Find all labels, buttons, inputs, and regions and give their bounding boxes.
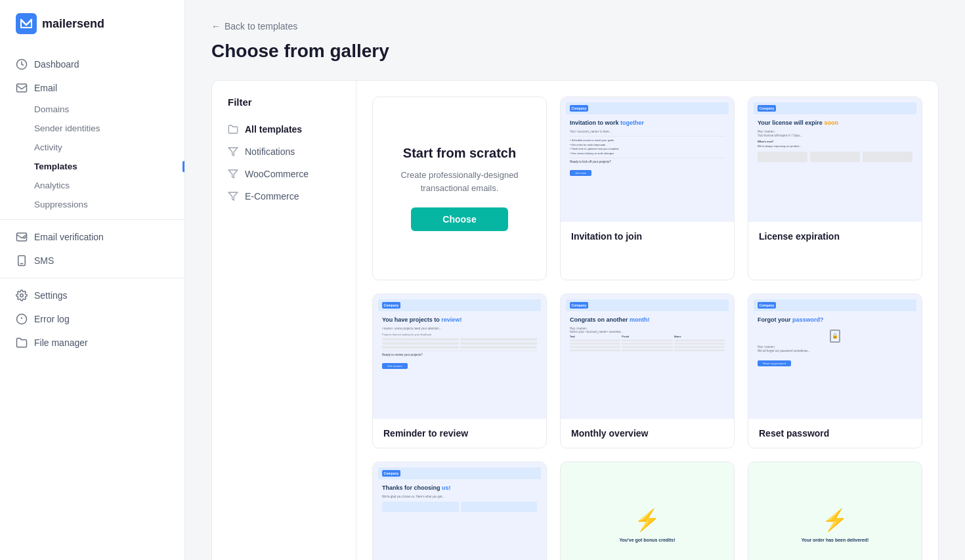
filter-panel: Filter All templates Notifications WooCo… xyxy=(212,81,356,560)
template-preview-monthly-overview: Company Congrats on another month! Hey <… xyxy=(561,294,734,419)
template-label-invitation-join: Invitation to join xyxy=(561,222,734,251)
settings-icon xyxy=(16,290,28,301)
back-arrow-icon: ← xyxy=(211,21,221,32)
template-label-reset-password: Reset password xyxy=(748,419,922,448)
sidebar-item-settings[interactable]: Settings xyxy=(0,284,184,307)
sidebar-item-sender-identities[interactable]: Sender identities xyxy=(0,119,184,138)
svg-point-6 xyxy=(20,294,24,297)
template-preview-order-delivered: ⚡ Your order has been delivered! xyxy=(748,462,922,560)
filter-item-notifications[interactable]: Notifications xyxy=(212,140,356,163)
back-to-templates-link[interactable]: ← Back to templates xyxy=(211,21,939,32)
sidebar-item-suppressions[interactable]: Suppressions xyxy=(0,195,184,214)
filter-title: Filter xyxy=(212,97,356,118)
sidebar-item-error-log[interactable]: Error log xyxy=(0,307,184,331)
template-preview-thanks-choosing: Company Thanks for choosing us! We're gl… xyxy=(373,462,546,560)
logo[interactable]: mailersend xyxy=(0,0,184,47)
filter-item-all[interactable]: All templates xyxy=(212,118,356,140)
page-title: Choose from gallery xyxy=(211,41,939,62)
filter-item-woocommerce[interactable]: WooCommerce xyxy=(212,163,356,185)
template-preview-reminder-review: Company You have projects to review! <na… xyxy=(373,294,546,419)
template-label-monthly-overview: Monthly overview xyxy=(561,419,734,448)
svg-rect-2 xyxy=(17,84,27,92)
template-preview-bonus-credits: ⚡ You've got bonus credits! xyxy=(561,462,734,560)
template-preview-reset-password: Company Forgot your password? 🔒 Hey <nam… xyxy=(748,294,922,419)
svg-marker-12 xyxy=(228,192,237,200)
sidebar-item-domains[interactable]: Domains xyxy=(0,100,184,119)
logo-icon xyxy=(16,13,37,34)
templates-grid: Start from scratch Create professionally… xyxy=(356,81,938,560)
template-card-invitation-join[interactable]: Company Invitation to work together Your… xyxy=(560,97,735,280)
template-card-reminder-review[interactable]: Company You have projects to review! <na… xyxy=(372,293,547,448)
error-log-icon xyxy=(16,313,28,325)
scratch-subtitle: Create professionally-designed transacti… xyxy=(394,169,525,194)
sidebar-item-analytics[interactable]: Analytics xyxy=(0,176,184,195)
sidebar-item-email-verification[interactable]: Email verification xyxy=(0,225,184,249)
sms-icon xyxy=(16,255,28,267)
template-preview-invitation-join: Company Invitation to work together Your… xyxy=(561,97,734,222)
nav-divider-2 xyxy=(0,278,184,278)
sidebar-nav: Dashboard Email Domains Sender identitie… xyxy=(0,47,184,560)
gallery-container: Filter All templates Notifications WooCo… xyxy=(211,80,939,560)
filter-ecommerce-icon xyxy=(228,191,238,202)
svg-marker-10 xyxy=(228,148,237,156)
email-verification-icon xyxy=(16,231,28,243)
template-preview-license-expiration: Company Your license will expire soon He… xyxy=(748,97,922,222)
sidebar: mailersend Dashboard Email Domains Sende… xyxy=(0,0,185,560)
template-card-bonus-credits[interactable]: ⚡ You've got bonus credits! You've got b… xyxy=(560,462,735,560)
email-icon xyxy=(16,82,28,94)
template-card-reset-password[interactable]: Company Forgot your password? 🔒 Hey <nam… xyxy=(748,293,922,448)
template-card-thanks-choosing[interactable]: Company Thanks for choosing us! We're gl… xyxy=(372,462,547,560)
sidebar-item-dashboard[interactable]: Dashboard xyxy=(0,53,184,76)
sidebar-item-sms[interactable]: SMS xyxy=(0,249,184,272)
dashboard-icon xyxy=(16,58,28,70)
svg-marker-11 xyxy=(228,170,237,178)
svg-rect-0 xyxy=(16,13,37,34)
template-label-license-expiration: License expiration xyxy=(748,222,922,251)
logo-text: mailersend xyxy=(42,17,104,31)
filter-item-ecommerce[interactable]: E-Commerce xyxy=(212,185,356,207)
template-label-reminder-review: Reminder to review xyxy=(373,419,546,448)
template-card-license-expiration[interactable]: Company Your license will expire soon He… xyxy=(748,97,922,280)
sidebar-item-dashboard-label: Dashboard xyxy=(34,59,79,70)
sidebar-item-file-manager[interactable]: File manager xyxy=(0,331,184,355)
scratch-choose-button[interactable]: Choose xyxy=(411,207,507,231)
folder-icon xyxy=(228,124,238,135)
filter-notifications-icon xyxy=(228,146,238,157)
template-card-monthly-overview[interactable]: Company Congrats on another month! Hey <… xyxy=(560,293,735,448)
scratch-title: Start from scratch xyxy=(403,146,516,161)
template-card-order-delivered[interactable]: ⚡ Your order has been delivered! Your or… xyxy=(748,462,922,560)
sidebar-item-email[interactable]: Email xyxy=(0,76,184,100)
filter-woocommerce-icon xyxy=(228,169,238,179)
scratch-card[interactable]: Start from scratch Create professionally… xyxy=(372,97,547,280)
sidebar-item-activity[interactable]: Activity xyxy=(0,138,184,157)
sidebar-item-templates[interactable]: Templates xyxy=(0,157,184,176)
nav-divider-1 xyxy=(0,219,184,220)
sidebar-item-email-label: Email xyxy=(34,83,57,93)
file-manager-icon xyxy=(16,337,28,349)
main-content: ← Back to templates Choose from gallery … xyxy=(185,0,965,560)
